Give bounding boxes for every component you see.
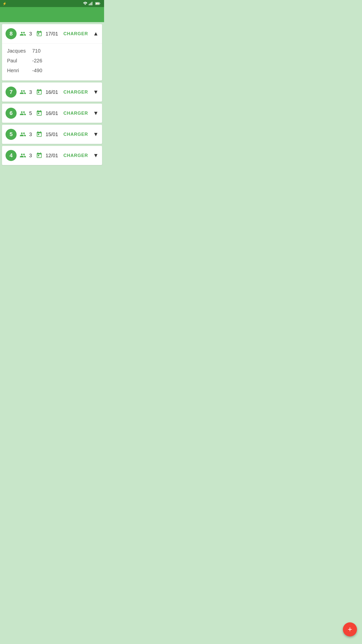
calendar-icon (36, 89, 42, 95)
game-number-badge: 6 (6, 108, 17, 119)
svg-rect-1 (90, 3, 90, 5)
players-icon (20, 110, 26, 116)
game-card-6: 6 5 16/01 CHARGER ▼ (2, 104, 102, 123)
app-bar (0, 7, 104, 22)
game-details: Jacques 710 Paul -226 Henri -490 (2, 43, 102, 80)
svg-rect-0 (89, 4, 89, 5)
player-score: -490 (32, 68, 42, 73)
players-count: 3 (29, 89, 32, 95)
chevron-icon[interactable]: ▼ (93, 152, 99, 159)
game-card-7: 7 3 16/01 CHARGER ▼ (2, 83, 102, 102)
game-date: 16/01 (46, 110, 60, 116)
charger-button[interactable]: CHARGER (63, 111, 88, 116)
chevron-icon[interactable]: ▼ (93, 131, 99, 138)
charger-button[interactable]: CHARGER (63, 153, 88, 158)
game-date: 12/01 (46, 153, 60, 158)
calendar-icon (36, 110, 42, 116)
calendar-icon (36, 152, 42, 159)
svg-rect-3 (92, 2, 92, 5)
lightning-icon: ⚡ (3, 2, 7, 6)
player-score: -226 (32, 58, 42, 64)
game-card-5: 5 3 15/01 CHARGER ▼ (2, 125, 102, 144)
player-row: Paul -226 (7, 56, 97, 66)
game-date: 15/01 (46, 132, 60, 137)
battery-icon: ⚡ (95, 2, 100, 5)
chevron-icon[interactable]: ▲ (93, 30, 99, 37)
game-date: 17/01 (46, 31, 60, 37)
game-header-4[interactable]: 4 3 12/01 CHARGER ▼ (2, 146, 102, 165)
game-header-5[interactable]: 5 3 15/01 CHARGER ▼ (2, 125, 102, 144)
game-number-badge: 4 (6, 150, 17, 161)
game-number-badge: 8 (6, 28, 17, 39)
players-count: 5 (29, 110, 32, 116)
game-header-8[interactable]: 8 3 17/01 CHARGER ▲ (2, 24, 102, 43)
players-icon (20, 131, 26, 138)
svg-rect-2 (91, 3, 91, 5)
calendar-icon (36, 131, 42, 138)
wifi-icon (83, 2, 87, 5)
status-left: ⚡ (3, 2, 7, 6)
player-name: Paul (7, 58, 27, 64)
status-bar: ⚡ ⚡ (0, 0, 104, 7)
player-score: 710 (32, 48, 40, 54)
status-right: ⚡ (83, 2, 102, 5)
games-list: 8 3 17/01 CHARGER ▲ Jacques 710 Paul -22… (0, 22, 104, 167)
players-icon (20, 89, 26, 95)
players-icon (20, 30, 26, 37)
svg-rect-5 (100, 3, 100, 4)
calendar-icon (36, 30, 42, 37)
game-card-8: 8 3 17/01 CHARGER ▲ Jacques 710 Paul -22… (2, 24, 102, 80)
charger-button[interactable]: CHARGER (63, 90, 88, 95)
players-count: 3 (29, 31, 32, 37)
signal-icon (89, 2, 93, 5)
players-count: 3 (29, 153, 32, 158)
player-row: Jacques 710 (7, 46, 97, 56)
game-number-badge: 7 (6, 87, 17, 98)
players-count: 3 (29, 132, 32, 137)
player-row: Henri -490 (7, 66, 97, 75)
game-header-6[interactable]: 6 5 16/01 CHARGER ▼ (2, 104, 102, 123)
charger-button[interactable]: CHARGER (63, 31, 88, 36)
player-name: Henri (7, 68, 27, 73)
game-header-7[interactable]: 7 3 16/01 CHARGER ▼ (2, 83, 102, 102)
svg-text:⚡: ⚡ (97, 3, 98, 5)
chevron-icon[interactable]: ▼ (93, 89, 99, 95)
chevron-icon[interactable]: ▼ (93, 110, 99, 116)
player-name: Jacques (7, 48, 27, 54)
charger-button[interactable]: CHARGER (63, 132, 88, 137)
game-date: 16/01 (46, 89, 60, 95)
players-icon (20, 152, 26, 159)
game-card-4: 4 3 12/01 CHARGER ▼ (2, 146, 102, 165)
game-number-badge: 5 (6, 129, 17, 140)
